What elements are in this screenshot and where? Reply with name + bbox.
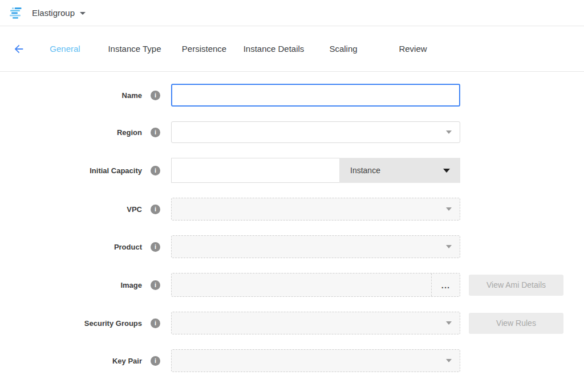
key-pair-label: Key Pair xyxy=(112,357,142,365)
security-groups-label: Security Groups xyxy=(84,319,142,328)
capacity-unit-value: Instance xyxy=(350,166,380,175)
region-select[interactable] xyxy=(171,121,460,143)
field-row-product: Product i xyxy=(0,235,584,258)
chevron-down-icon xyxy=(443,169,450,173)
tab-instance-type[interactable]: Instance Type xyxy=(100,44,169,54)
chevron-down-icon xyxy=(446,207,452,211)
chevron-down-icon[interactable] xyxy=(80,12,86,15)
view-rules-button[interactable]: View Rules xyxy=(469,313,563,334)
key-pair-select[interactable] xyxy=(171,349,460,372)
field-row-region: Region i xyxy=(0,121,584,143)
image-browse-button[interactable]: ... xyxy=(431,273,460,296)
initial-capacity-input[interactable] xyxy=(171,158,339,183)
arrow-left-icon xyxy=(13,43,25,55)
image-label: Image xyxy=(120,281,142,289)
app-header: Elastigroup xyxy=(0,0,584,26)
field-row-initial-capacity: Initial Capacity i Instance xyxy=(0,158,584,183)
product-select[interactable] xyxy=(171,235,460,258)
image-input[interactable]: ... xyxy=(171,273,460,297)
name-label: Name xyxy=(122,91,142,100)
image-value xyxy=(172,273,431,296)
info-icon[interactable]: i xyxy=(151,242,160,252)
chevron-down-icon xyxy=(446,245,452,248)
product-label: Product xyxy=(114,243,142,251)
elastigroup-logo-icon xyxy=(10,7,25,19)
tab-scaling[interactable]: Scaling xyxy=(309,44,378,54)
tab-review[interactable]: Review xyxy=(378,44,448,54)
field-row-vpc: VPC i xyxy=(0,198,584,220)
info-icon[interactable]: i xyxy=(151,205,160,214)
name-input[interactable] xyxy=(171,84,460,107)
field-row-name: Name i xyxy=(0,84,584,107)
info-icon[interactable]: i xyxy=(151,318,160,328)
back-button[interactable] xyxy=(12,42,26,56)
chevron-down-icon xyxy=(446,130,452,134)
initial-capacity-label: Initial Capacity xyxy=(90,166,142,175)
tab-general[interactable]: General xyxy=(30,44,100,54)
info-icon[interactable]: i xyxy=(151,128,160,137)
general-settings-form: Name i Region i Initial Capacity i Insta… xyxy=(0,72,584,372)
field-row-key-pair: Key Pair i xyxy=(0,349,584,372)
info-icon[interactable]: i xyxy=(151,91,160,100)
view-ami-details-button[interactable]: View Ami Details xyxy=(469,275,563,296)
chevron-down-icon xyxy=(446,321,452,325)
vpc-select[interactable] xyxy=(171,198,460,220)
vpc-label: VPC xyxy=(127,205,142,214)
wizard-tabs: General Instance Type Persistence Instan… xyxy=(30,44,448,54)
chevron-down-icon xyxy=(446,359,452,362)
info-icon[interactable]: i xyxy=(151,280,160,290)
region-label: Region xyxy=(117,128,142,137)
security-groups-select[interactable] xyxy=(171,312,460,334)
tab-instance-details[interactable]: Instance Details xyxy=(239,44,309,54)
app-title[interactable]: Elastigroup xyxy=(32,8,75,18)
capacity-unit-select[interactable]: Instance xyxy=(339,158,460,183)
info-icon[interactable]: i xyxy=(151,166,160,175)
tab-persistence[interactable]: Persistence xyxy=(169,44,239,54)
wizard-tabbar: General Instance Type Persistence Instan… xyxy=(0,26,584,72)
info-icon[interactable]: i xyxy=(151,356,160,366)
field-row-security-groups: Security Groups i View Rules xyxy=(0,312,584,334)
field-row-image: Image i ... View Ami Details xyxy=(0,273,584,297)
